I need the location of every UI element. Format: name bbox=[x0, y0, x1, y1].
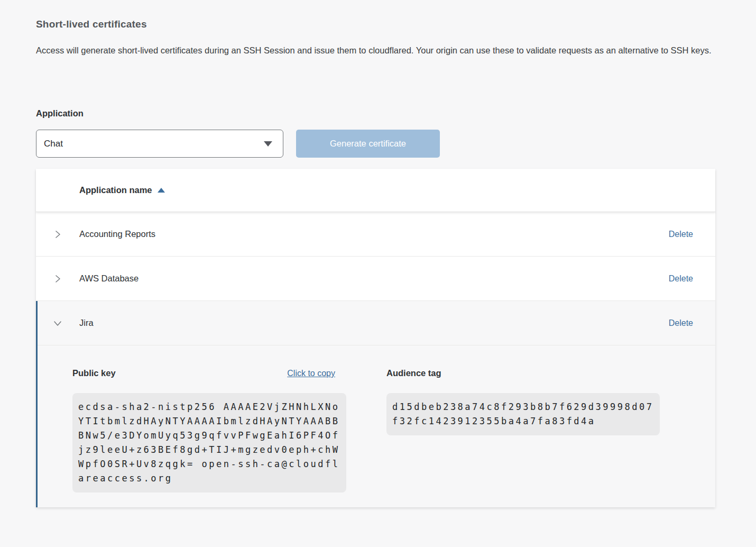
delete-button[interactable]: Delete bbox=[669, 318, 693, 328]
page-description: Access will generate short-lived certifi… bbox=[36, 42, 720, 59]
audience-tag-value: d15dbeb238a74c8f293b8b7f629d39998d07f32f… bbox=[386, 393, 660, 435]
column-header-application-name[interactable]: Application name bbox=[79, 185, 165, 195]
expand-row-button[interactable] bbox=[53, 274, 62, 284]
chevron-right-icon bbox=[53, 230, 62, 239]
row-application-name: AWS Database bbox=[79, 274, 139, 284]
table-row-jira: Jira Delete bbox=[38, 301, 715, 345]
public-key-section: Public key Click to copy ecdsa-sha2-nist… bbox=[72, 368, 346, 493]
expanded-row-group-jira: Jira Delete Public key Click to copy ecd… bbox=[36, 301, 715, 507]
row-application-name: Accounting Reports bbox=[79, 229, 155, 239]
public-key-value: ecdsa-sha2-nistp256 AAAAE2VjZHNhLXNoYTIt… bbox=[72, 393, 346, 493]
certificate-form-row: Chat Generate certificate bbox=[36, 130, 720, 158]
table-row-accounting-reports: Accounting Reports Delete bbox=[36, 212, 715, 257]
audience-tag-label: Audience tag bbox=[386, 368, 441, 378]
table-row-aws-database: AWS Database Delete bbox=[36, 257, 715, 301]
chevron-right-icon bbox=[53, 274, 62, 284]
table-header-row: Application name bbox=[36, 169, 715, 212]
expanded-row-details: Public key Click to copy ecdsa-sha2-nist… bbox=[38, 345, 715, 507]
delete-button[interactable]: Delete bbox=[669, 230, 693, 239]
chevron-down-icon bbox=[53, 318, 62, 328]
expand-row-button[interactable] bbox=[53, 230, 62, 239]
collapse-row-button[interactable] bbox=[53, 318, 62, 328]
application-select-value: Chat bbox=[44, 139, 63, 149]
application-label: Application bbox=[36, 108, 720, 118]
audience-tag-section: Audience tag d15dbeb238a74c8f293b8b7f629… bbox=[386, 368, 660, 493]
delete-button[interactable]: Delete bbox=[669, 274, 693, 284]
row-application-name: Jira bbox=[79, 318, 94, 328]
click-to-copy-link[interactable]: Click to copy bbox=[287, 369, 335, 378]
application-select[interactable]: Chat bbox=[36, 130, 283, 158]
short-lived-certificates-page: Short-lived certificates Access will gen… bbox=[0, 19, 756, 507]
application-name-header-label: Application name bbox=[79, 185, 152, 195]
sort-ascending-icon bbox=[158, 188, 165, 193]
chevron-down-icon bbox=[264, 141, 272, 147]
generate-certificate-button[interactable]: Generate certificate bbox=[296, 130, 440, 158]
certificates-table: Application name Accounting Reports Dele… bbox=[36, 169, 715, 507]
page-title: Short-lived certificates bbox=[36, 19, 720, 30]
public-key-label: Public key bbox=[72, 368, 116, 378]
